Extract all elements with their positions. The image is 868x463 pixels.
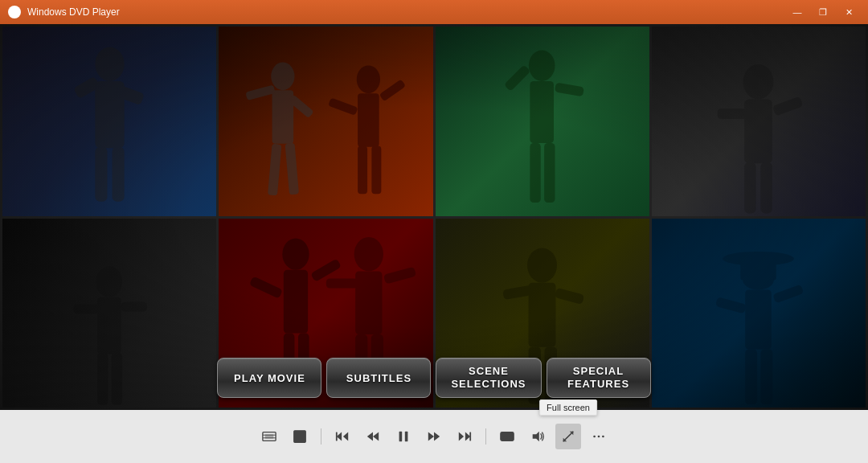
svg-marker-82 [533,432,539,442]
grid-cell-3 [436,27,649,216]
svg-rect-44 [355,271,382,334]
title-text: Windows DVD Player [27,6,120,18]
svg-rect-28 [772,96,804,117]
svg-marker-0 [12,9,18,15]
video-area: PLAY MOVIE SUBTItLeS SCENE SELECTIONS SP… [0,24,868,410]
svg-marker-69 [343,432,348,441]
svg-marker-68 [337,432,342,441]
minimize-button[interactable]: — [786,4,809,20]
svg-point-89 [602,436,604,438]
svg-rect-6 [112,146,124,201]
svg-rect-34 [121,302,147,312]
dvd-background [0,24,868,410]
controls-bar: CC Full screen [0,410,868,463]
grid-cell-1 [2,27,216,216]
svg-point-19 [529,51,555,81]
svg-rect-17 [358,146,367,195]
svg-point-37 [282,239,309,270]
svg-rect-67 [294,431,305,442]
svg-rect-45 [326,279,357,289]
svg-point-1 [95,47,124,80]
skip-forward-button[interactable] [452,424,477,449]
svg-rect-11 [268,144,282,196]
svg-point-87 [593,436,596,438]
svg-point-25 [743,64,774,99]
play-movie-button[interactable]: PLAY MOVIE [217,358,321,398]
svg-rect-73 [399,432,403,442]
svg-marker-76 [434,432,440,441]
svg-rect-27 [718,109,747,119]
volume-button[interactable] [525,424,551,449]
more-options-button[interactable] [586,424,612,449]
svg-rect-5 [95,146,107,201]
svg-rect-21 [504,65,530,92]
title-bar-left: Windows DVD Player [8,6,120,18]
svg-rect-52 [555,288,584,305]
svg-point-88 [598,436,600,438]
skip-back-button[interactable] [330,424,355,449]
maximize-button[interactable]: ❐ [812,4,834,20]
svg-rect-51 [502,285,532,300]
svg-rect-60 [773,284,805,303]
separator-1 [321,428,321,445]
svg-point-57 [743,270,775,289]
svg-rect-58 [746,289,772,349]
svg-rect-16 [379,80,406,102]
dvd-menu-buttons: PLAY MOVIE SUBTItLeS SCENE SELECTIONS SP… [0,358,868,398]
svg-rect-29 [744,162,755,214]
svg-point-13 [357,66,380,94]
svg-marker-77 [459,432,464,441]
captions-button[interactable]: CC [494,424,520,449]
svg-rect-46 [383,267,416,285]
svg-rect-70 [336,432,338,441]
svg-rect-32 [97,297,121,354]
svg-rect-23 [530,143,541,203]
svg-marker-78 [465,432,470,441]
svg-rect-50 [529,282,556,346]
svg-rect-59 [715,297,747,313]
svg-rect-20 [530,81,555,143]
svg-marker-72 [373,432,379,441]
svg-text:CC: CC [503,435,511,440]
svg-rect-14 [358,93,379,147]
fast-forward-button[interactable] [421,424,447,449]
svg-rect-22 [555,83,584,97]
svg-marker-75 [428,432,434,441]
fullscreen-tooltip: Full screen [539,399,597,416]
svg-point-7 [271,63,294,91]
svg-rect-24 [545,143,555,203]
svg-rect-30 [761,162,772,214]
grid-cell-2 [219,27,432,216]
svg-rect-15 [328,98,358,116]
svg-point-31 [96,267,122,297]
svg-rect-74 [405,432,408,442]
svg-point-43 [354,237,383,271]
svg-rect-12 [285,143,300,195]
subtitles-button[interactable]: SUBTItLeS [326,358,431,398]
svg-rect-79 [469,432,471,441]
svg-point-49 [527,248,557,282]
title-bar: Windows DVD Player — ❐ ✕ [0,0,868,24]
app-icon [8,6,21,18]
special-features-button[interactable]: SPECIAL FEATURES [547,358,651,398]
window-controls: — ❐ ✕ [786,4,860,20]
separator-2 [485,428,486,445]
rewind-button[interactable] [360,424,386,449]
fullscreen-button[interactable] [555,424,581,449]
theater-mode-button[interactable] [256,424,282,449]
svg-rect-38 [283,270,307,334]
svg-rect-9 [246,85,276,101]
pause-button[interactable] [391,424,416,449]
close-button[interactable]: ✕ [837,4,860,20]
grid-cell-4 [652,27,866,216]
svg-marker-71 [367,432,373,441]
svg-rect-39 [248,277,282,299]
svg-rect-18 [372,146,382,195]
svg-rect-26 [744,100,772,164]
svg-rect-33 [74,305,100,314]
window-mode-button[interactable] [287,424,313,449]
svg-rect-8 [272,91,294,145]
scene-selections-button[interactable]: SCENE SELECTIONS [436,358,541,398]
